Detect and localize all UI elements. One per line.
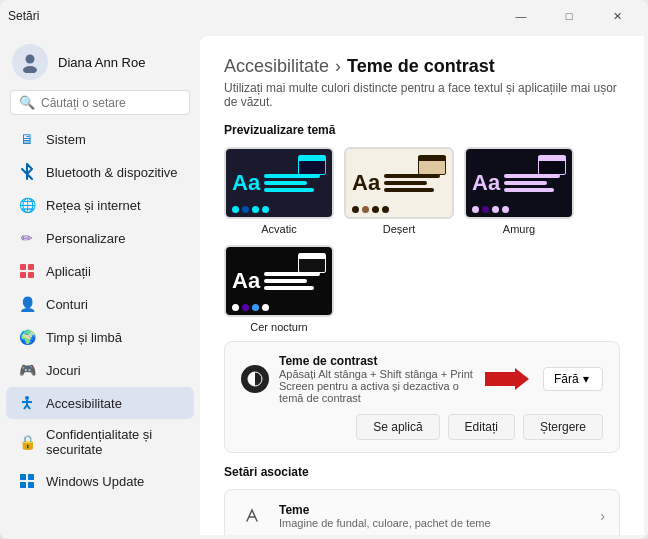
svg-rect-2 — [20, 264, 26, 270]
sidebar-label: Sistem — [46, 132, 86, 147]
sidebar-label: Bluetooth & dispozitive — [46, 165, 178, 180]
theme-preview-acvatic: Aa — [224, 147, 334, 219]
sidebar-item-conturi[interactable]: 👤 Conturi — [6, 288, 194, 320]
sidebar-item-bluetooth[interactable]: Bluetooth & dispozitive — [6, 156, 194, 188]
sidebar-nav: 🖥 Sistem Bluetooth & dispozitive 🌐 Rețea… — [0, 123, 200, 497]
sistem-icon: 🖥 — [18, 130, 36, 148]
network-icon: 🌐 — [18, 196, 36, 214]
svg-rect-11 — [20, 474, 26, 480]
theme-name-desert: Deșert — [383, 223, 415, 235]
breadcrumb: Accesibilitate › Teme de contrast — [224, 56, 620, 77]
contrast-dropdown[interactable]: Fără ▾ — [543, 367, 603, 391]
breadcrumb-parent[interactable]: Accesibilitate — [224, 56, 329, 77]
theme-preview-nocturn: Aa — [224, 245, 334, 317]
search-box[interactable]: 🔍 — [10, 90, 190, 115]
teme-icon — [239, 502, 267, 530]
sidebar-label: Jocuri — [46, 363, 81, 378]
sidebar-item-sistem[interactable]: 🖥 Sistem — [6, 123, 194, 155]
bluetooth-icon — [18, 163, 36, 181]
games-icon: 🎮 — [18, 361, 36, 379]
sidebar-item-aplicatii[interactable]: Aplicații — [6, 255, 194, 287]
svg-point-0 — [26, 55, 35, 64]
sidebar: Diana Ann Roe 🔍 🖥 Sistem Blueto — [0, 32, 200, 539]
arrow-indicator — [485, 368, 529, 390]
sidebar-label: Personalizare — [46, 231, 126, 246]
svg-rect-14 — [28, 482, 34, 488]
windows-update-icon — [18, 472, 36, 490]
related-item-teme[interactable]: Teme Imagine de fundal, culoare, pachet … — [224, 489, 620, 535]
window: Setări — □ ✕ Diana Ann Roe 🔍 — [0, 0, 648, 539]
theme-card-amurg[interactable]: Aa — [464, 147, 574, 235]
related-chevron-icon: › — [600, 508, 605, 524]
sidebar-item-accesibilitate[interactable]: Accesibilitate — [6, 387, 194, 419]
dropdown-chevron: ▾ — [583, 372, 589, 386]
contrast-description: Apăsați Alt stânga + Shift stânga + Prin… — [279, 368, 475, 404]
search-input[interactable] — [41, 96, 181, 110]
svg-line-10 — [27, 405, 30, 409]
apps-icon — [18, 262, 36, 280]
sidebar-label: Conturi — [46, 297, 88, 312]
theme-card-acvatic[interactable]: Aa — [224, 147, 334, 235]
sidebar-item-timp[interactable]: 🌍 Timp și limbă — [6, 321, 194, 353]
related-title: Teme — [279, 503, 588, 517]
breadcrumb-current: Teme de contrast — [347, 56, 495, 77]
svg-rect-12 — [28, 474, 34, 480]
apply-button[interactable]: Se aplică — [356, 414, 439, 440]
sidebar-item-confidentialitate[interactable]: 🔒 Confidențialitate și securitate — [6, 420, 194, 464]
sidebar-label: Rețea și internet — [46, 198, 141, 213]
minimize-button[interactable]: — — [498, 0, 544, 32]
edit-button[interactable]: Editați — [448, 414, 515, 440]
svg-rect-5 — [28, 272, 34, 278]
svg-rect-13 — [20, 482, 26, 488]
sidebar-item-retea[interactable]: 🌐 Rețea și internet — [6, 189, 194, 221]
main-content: Diana Ann Roe 🔍 🖥 Sistem Blueto — [0, 32, 648, 539]
time-icon: 🌍 — [18, 328, 36, 346]
titlebar: Setări — □ ✕ — [0, 0, 648, 32]
breadcrumb-separator: › — [335, 56, 341, 77]
related-section-label: Setări asociate — [224, 465, 620, 479]
sidebar-label: Windows Update — [46, 474, 144, 489]
window-title: Setări — [8, 9, 498, 23]
dropdown-value: Fără — [554, 372, 579, 386]
user-profile[interactable]: Diana Ann Roe — [0, 32, 200, 90]
close-button[interactable]: ✕ — [594, 0, 640, 32]
sidebar-label: Accesibilitate — [46, 396, 122, 411]
sidebar-item-windows-update[interactable]: Windows Update — [6, 465, 194, 497]
search-icon: 🔍 — [19, 95, 35, 110]
related-text: Teme Imagine de fundal, culoare, pachet … — [279, 503, 588, 529]
contrast-title: Teme de contrast — [279, 354, 475, 368]
maximize-button[interactable]: □ — [546, 0, 592, 32]
theme-card-nocturn[interactable]: Aa — [224, 245, 334, 333]
content-area: Accesibilitate › Teme de contrast Utiliz… — [200, 36, 644, 535]
theme-card-desert[interactable]: Aa — [344, 147, 454, 235]
sidebar-label: Aplicații — [46, 264, 91, 279]
contrast-icon — [241, 365, 269, 393]
related-section: Setări asociate Teme Imagine de fundal, … — [224, 465, 620, 535]
contrast-text: Teme de contrast Apăsați Alt stânga + Sh… — [279, 354, 475, 404]
theme-preview-desert: Aa — [344, 147, 454, 219]
theme-name-acvatic: Acvatic — [261, 223, 296, 235]
svg-marker-16 — [485, 368, 529, 390]
page-subtitle: Utilizați mai multe culori distincte pen… — [224, 81, 620, 109]
svg-point-6 — [25, 396, 29, 400]
svg-rect-4 — [20, 272, 26, 278]
preview-section-label: Previzualizare temă — [224, 123, 620, 137]
related-subtitle: Imagine de fundal, culoare, pachet de te… — [279, 517, 588, 529]
themes-grid: Aa — [224, 147, 620, 333]
privacy-icon: 🔒 — [18, 433, 36, 451]
accounts-icon: 👤 — [18, 295, 36, 313]
user-name: Diana Ann Roe — [58, 55, 145, 70]
contrast-actions: Se aplică Editați Ștergere — [241, 414, 603, 440]
sidebar-item-jocuri[interactable]: 🎮 Jocuri — [6, 354, 194, 386]
contrast-row: Teme de contrast Apăsați Alt stânga + Sh… — [241, 354, 603, 404]
svg-point-1 — [23, 66, 37, 73]
theme-preview-amurg: Aa — [464, 147, 574, 219]
titlebar-controls: — □ ✕ — [498, 0, 640, 32]
sidebar-label: Timp și limbă — [46, 330, 122, 345]
delete-button[interactable]: Ștergere — [523, 414, 603, 440]
theme-name-amurg: Amurg — [503, 223, 535, 235]
avatar — [12, 44, 48, 80]
sidebar-item-personalizare[interactable]: ✏ Personalizare — [6, 222, 194, 254]
contrast-control: Teme de contrast Apăsați Alt stânga + Sh… — [224, 341, 620, 453]
sidebar-label: Confidențialitate și securitate — [46, 427, 182, 457]
